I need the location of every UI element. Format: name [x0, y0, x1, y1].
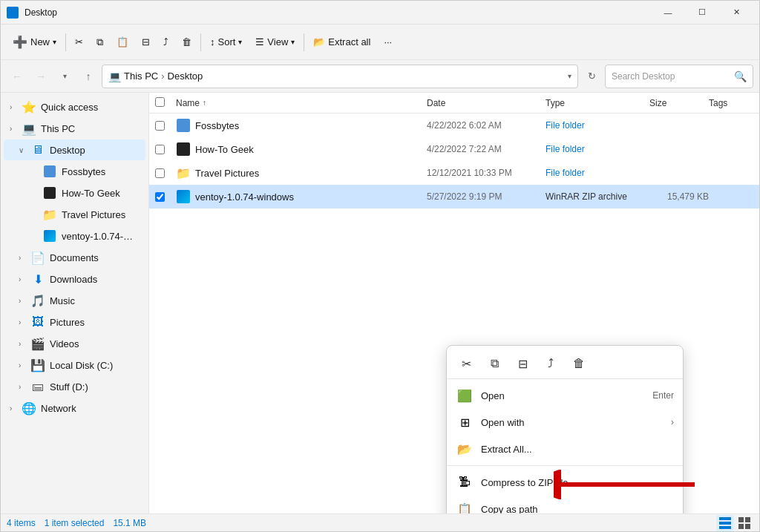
sidebar-item-music[interactable]: › 🎵 Music	[4, 290, 145, 311]
sidebar-item-ventoy[interactable]: ventoy-1.0.74-win...	[4, 226, 145, 246]
check-travel[interactable]	[155, 168, 176, 178]
extract-icon: 📂	[313, 36, 325, 47]
paste-icon: 📋	[117, 36, 128, 47]
file-list-header: Name ↑ Date Type Size Tags	[149, 93, 759, 114]
sidebar-item-quick-access[interactable]: › ⭐ Quick access	[4, 96, 145, 117]
sidebar-item-downloads[interactable]: › ⬇ Downloads	[4, 269, 145, 289]
sidebar-item-desktop[interactable]: ∨ 🖥 Desktop	[4, 139, 145, 160]
checkbox-travel[interactable]	[155, 168, 165, 178]
delete-button[interactable]: 🗑	[176, 29, 197, 56]
sidebar-label-ventoy: ventoy-1.0.74-win...	[62, 231, 140, 242]
sidebar-item-howto[interactable]: How-To Geek	[4, 183, 145, 203]
toolbar-sep-3	[304, 33, 304, 51]
header-date[interactable]: Date	[427, 98, 546, 108]
ctx-rename-button[interactable]: ⊟	[509, 352, 536, 375]
maximize-button[interactable]: ☐	[685, 1, 719, 24]
up-button[interactable]: ↑	[78, 66, 99, 87]
sidebar-item-this-pc[interactable]: › 💻 This PC	[4, 118, 145, 139]
ctx-cut-button[interactable]: ✂	[453, 352, 479, 375]
header-check[interactable]	[155, 97, 176, 109]
red-arrow-indicator	[554, 470, 702, 499]
new-label: New	[30, 36, 50, 47]
sort-arrow-icon: ↑	[203, 99, 206, 107]
view-icon: ☰	[255, 36, 264, 47]
sidebar-label-desktop: Desktop	[50, 145, 85, 156]
minimize-button[interactable]: —	[651, 1, 685, 24]
recent-button[interactable]: ▾	[54, 66, 75, 87]
details-view-button[interactable]	[716, 515, 734, 531]
toolbar-sep-2	[200, 33, 201, 51]
sidebar-item-stuff[interactable]: › 🖴 Stuff (D:)	[4, 376, 145, 397]
ctx-open-icon: 🟩	[456, 387, 474, 404]
check-fossbytes[interactable]	[155, 121, 176, 131]
ctx-delete-button[interactable]: 🗑	[566, 352, 592, 375]
rename-button[interactable]: ⊟	[136, 29, 156, 56]
copy-button[interactable]: ⧉	[91, 29, 109, 56]
ctx-open[interactable]: 🟩 Open Enter	[447, 382, 683, 409]
ctx-copy-button[interactable]: ⧉	[481, 352, 508, 375]
ctx-extract-all[interactable]: 📂 Extract All...	[447, 436, 683, 462]
sidebar-item-pictures[interactable]: › 🖼 Pictures	[4, 312, 145, 332]
extract-all-button[interactable]: 📂 Extract all	[307, 29, 376, 56]
header-type[interactable]: Type	[546, 98, 649, 108]
name-fossbytes: Fossbytes	[195, 120, 427, 131]
ventoy-file-icon	[176, 189, 191, 204]
search-placeholder: Search Desktop	[612, 71, 675, 82]
new-button[interactable]: ➕ New ▾	[7, 29, 62, 56]
check-ventoy[interactable]	[155, 192, 176, 202]
ctx-copy-path-icon: 📋	[456, 500, 474, 513]
paste-button[interactable]: 📋	[111, 29, 134, 56]
search-icon: 🔍	[734, 70, 747, 82]
close-button[interactable]: ✕	[719, 1, 753, 24]
desktop-icon: 🖥	[30, 142, 45, 157]
name-howto: How-To Geek	[195, 144, 427, 155]
refresh-button[interactable]: ↻	[581, 66, 602, 87]
ctx-share-button[interactable]: ⤴	[537, 352, 564, 375]
checkbox-howto[interactable]	[155, 145, 165, 154]
sidebar-label-this-pc: This PC	[41, 123, 75, 134]
header-name[interactable]: Name ↑	[176, 98, 427, 108]
sidebar-item-documents[interactable]: › 📄 Documents	[4, 247, 145, 268]
sidebar-item-videos[interactable]: › 🎬 Videos	[4, 333, 145, 354]
window-icon	[7, 7, 19, 19]
videos-icon: 🎬	[30, 336, 45, 351]
checkbox-fossbytes[interactable]	[155, 121, 165, 131]
back-button[interactable]: ←	[7, 66, 27, 87]
sidebar-label-stuff: Stuff (D:)	[50, 381, 88, 393]
sort-button[interactable]: ↕ Sort ▾	[204, 29, 248, 56]
sidebar-item-network[interactable]: › 🌐 Network	[4, 398, 145, 418]
header-tags[interactable]: Tags	[709, 98, 753, 108]
svg-rect-3	[719, 522, 731, 525]
status-bar: 4 items 1 item selected 15.1 MB	[1, 513, 759, 531]
travel-folder-icon: 📁	[42, 207, 57, 222]
file-row-howto[interactable]: How-To Geek 4/22/2022 7:22 AM File folde…	[149, 137, 759, 161]
view-button[interactable]: ☰ View ▾	[249, 29, 301, 56]
header-size[interactable]: Size	[649, 98, 709, 108]
file-row-ventoy[interactable]: ventoy-1.0.74-windows 5/27/2022 9:19 PM …	[149, 185, 759, 208]
more-button[interactable]: ···	[378, 29, 398, 56]
address-bar: ← → ▾ ↑ 💻 This PC › Desktop ▾ ↻ Search D…	[1, 60, 759, 93]
howto-date: 4/22/2022 7:22 AM	[427, 144, 546, 154]
share-button[interactable]: ⤴	[157, 29, 174, 56]
expand-icon-desktop: ∨	[19, 146, 30, 154]
address-input[interactable]: 💻 This PC › Desktop ▾	[102, 65, 578, 88]
file-row-travel[interactable]: 📁 Travel Pictures 12/12/2021 10:33 PM Fi…	[149, 161, 759, 185]
ventoy-date: 5/27/2022 9:19 PM	[427, 191, 546, 202]
select-all-checkbox[interactable]	[155, 97, 165, 107]
share-icon: ⤴	[163, 36, 168, 47]
ctx-open-with[interactable]: ⊞ Open with ›	[447, 409, 683, 436]
file-row-fossbytes[interactable]: Fossbytes 4/22/2022 6:02 AM File folder	[149, 114, 759, 137]
search-box[interactable]: Search Desktop 🔍	[605, 65, 753, 88]
cut-button[interactable]: ✂	[69, 29, 89, 56]
forward-button[interactable]: →	[30, 66, 51, 87]
check-howto[interactable]	[155, 145, 176, 154]
file-list: Name ↑ Date Type Size Tags Fossbytes 4/2…	[149, 93, 759, 513]
address-dropdown-icon: ▾	[568, 72, 571, 80]
large-icons-view-button[interactable]	[736, 515, 753, 531]
sidebar-item-travel[interactable]: 📁 Travel Pictures	[4, 204, 145, 225]
sidebar-item-local-disk[interactable]: › 💾 Local Disk (C:)	[4, 355, 145, 375]
checkbox-ventoy[interactable]	[155, 192, 165, 202]
fossbytes-file-icon	[176, 118, 191, 133]
sidebar-item-fossbytes[interactable]: Fossbytes	[4, 161, 145, 182]
sidebar-label-downloads: Downloads	[50, 274, 97, 285]
